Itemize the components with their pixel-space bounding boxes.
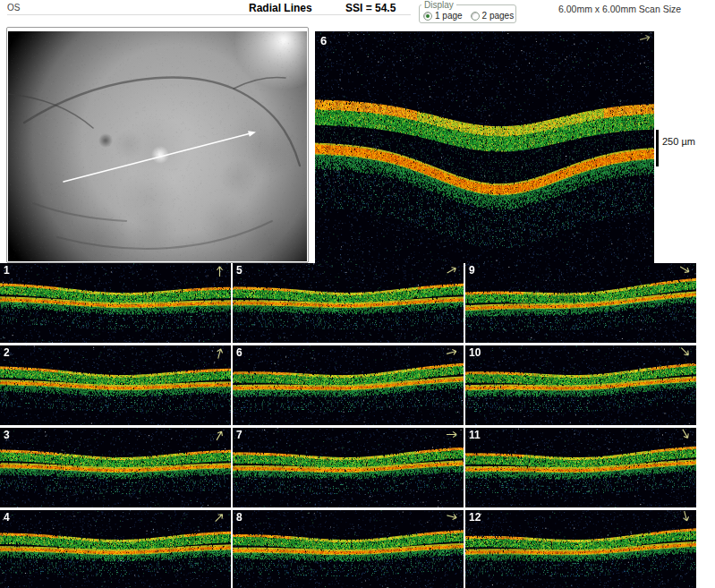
header-divider xyxy=(7,14,411,15)
scan-thumbnail-1[interactable]: 1 xyxy=(0,263,231,343)
scan-thumbnail-12[interactable]: 12 xyxy=(465,510,696,588)
oct-thumbnail-image xyxy=(0,345,231,425)
oct-thumbnail-image xyxy=(465,428,696,507)
main-oct-scan[interactable] xyxy=(315,31,654,263)
oct-thumbnail-image xyxy=(465,510,696,588)
oct-thumbnail-image xyxy=(0,510,231,588)
oct-thumbnail-image xyxy=(233,510,464,588)
oct-thumbnail-image xyxy=(465,263,696,343)
display-groupbox: Display 1 page 2 pages xyxy=(419,0,516,23)
thumbnail-scan-number: 7 xyxy=(236,429,243,441)
scan-thumbnail-10[interactable]: 10 xyxy=(465,345,696,425)
thumbnail-scan-number: 1 xyxy=(4,264,10,277)
radio-1-page-circle[interactable] xyxy=(423,12,432,21)
radio-1-page-label: 1 page xyxy=(435,11,463,21)
scale-bar xyxy=(656,130,659,166)
scan-thumbnail-9[interactable]: 9 xyxy=(465,263,696,343)
radio-2-pages-circle[interactable] xyxy=(471,12,480,21)
oct-thumbnail-image xyxy=(0,263,231,343)
thumbnail-scan-number: 3 xyxy=(4,429,10,441)
thumbnail-scan-number: 10 xyxy=(469,346,481,359)
scan-thumbnail-8[interactable]: 8 xyxy=(233,510,464,588)
thumbnail-scan-number: 9 xyxy=(469,264,475,277)
scan-thumbnail-4[interactable]: 4 xyxy=(0,510,231,588)
scan-thumbnail-2[interactable]: 2 xyxy=(0,345,231,425)
eye-label: OS xyxy=(7,3,20,13)
oct-thumbnail-image xyxy=(233,345,464,425)
scan-direction-icon xyxy=(446,430,460,440)
thumbnail-scan-number: 6 xyxy=(236,346,243,359)
oct-thumbnail-image xyxy=(233,428,464,507)
thumbnail-scan-number: 5 xyxy=(236,264,243,277)
radio-2-pages[interactable]: 2 pages xyxy=(471,11,515,21)
thumbnail-scan-number: 2 xyxy=(4,346,10,359)
oct-thumbnail-image xyxy=(465,345,696,425)
fundus-image[interactable] xyxy=(8,31,307,261)
oct-thumbnail-image xyxy=(233,263,464,343)
scan-type-title: Radial Lines xyxy=(249,2,312,14)
main-scan-number: 6 xyxy=(320,34,327,47)
display-options: 1 page 2 pages xyxy=(420,10,515,21)
scale-bar-label: 250 µm xyxy=(662,136,695,147)
scan-thumbnail-5[interactable]: 5 xyxy=(233,263,464,343)
scan-thumbnail-11[interactable]: 11 xyxy=(465,428,696,507)
thumbnail-scan-number: 8 xyxy=(236,511,243,524)
scan-direction-icon xyxy=(215,263,226,277)
scan-thumbnail-6[interactable]: 6 xyxy=(233,345,464,425)
radio-2-pages-label: 2 pages xyxy=(482,11,515,21)
radio-1-page[interactable]: 1 page xyxy=(423,11,463,21)
oct-thumbnail-image xyxy=(0,428,231,507)
scan-size-label: 6.00mm x 6.00mm Scan Size xyxy=(558,4,681,14)
ssi-value: SSI = 54.5 xyxy=(345,2,396,14)
scan-thumbnail-3[interactable]: 3 xyxy=(0,428,231,507)
thumbnail-scan-number: 12 xyxy=(469,511,481,524)
thumbnail-scan-number: 4 xyxy=(4,511,10,524)
thumbnail-scan-number: 11 xyxy=(469,429,481,441)
oct-radial-lines-report: OS Radial Lines SSI = 54.5 Display 1 pag… xyxy=(0,0,715,588)
scan-thumbnail-7[interactable]: 7 xyxy=(233,428,464,507)
display-legend: Display xyxy=(421,0,456,10)
